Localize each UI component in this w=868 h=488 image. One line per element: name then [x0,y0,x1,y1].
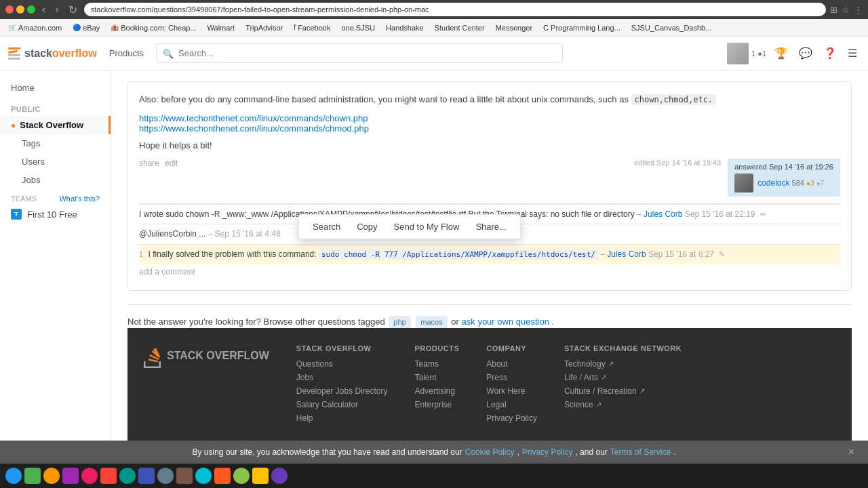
cookie-close-button[interactable]: × [848,446,854,458]
answer-also-text: Also: before you do any command-line bas… [139,93,840,106]
footer-link-privacy-policy[interactable]: Privacy Policy [486,413,537,423]
dock-icon-8[interactable] [138,468,155,484]
footer-link-press[interactable]: Press [486,373,537,382]
bookmark-booking[interactable]: 🏨 Booking.com: Cheap... [106,22,200,33]
chown-link[interactable]: https://www.techonthenet.com/linux/comma… [139,113,368,123]
sidebar-item-stackoverflow[interactable]: ● Stack Overflow [0,116,111,134]
teams-whats-this-link[interactable]: What's this? [59,195,100,203]
privacy-policy-link[interactable]: Privacy Policy [522,447,573,457]
hope-text: Hope it helps a bit! [139,140,840,150]
dock-icon-2[interactable] [24,468,41,484]
inbox-icon[interactable]: 💬 [796,44,815,62]
ask-own-question-link[interactable]: ask your own question [462,317,549,327]
sidebar-item-jobs[interactable]: Jobs [0,171,111,189]
bookmark-icon[interactable]: ☆ [842,5,850,15]
bookmark-ebay[interactable]: 🔵 eBay [68,22,104,33]
minimize-btn[interactable] [16,5,24,14]
bookmark-walmart[interactable]: Walmart [203,22,239,33]
address-bar[interactable]: stackoverflow.com/questions/39498067/fop… [84,3,826,16]
footer-link-enterprise[interactable]: Enterprise [415,400,460,409]
dock-icon-finder[interactable] [5,468,22,484]
comment-author-3[interactable]: Jules Corb [607,249,646,259]
footer-link-talent[interactable]: Talent [415,373,460,382]
code-terms: chown,chmod,etc. [631,94,717,105]
search-input[interactable] [156,43,563,63]
context-send-to-flow[interactable]: Send to My Flow [386,218,468,236]
settings-icon[interactable]: ⋮ [854,5,863,15]
sidebar-team-first10free[interactable]: T First 10 Free [0,205,111,223]
products-menu[interactable]: Products [104,45,149,61]
share-link[interactable]: share [139,159,159,168]
dock-icon-6[interactable] [100,468,117,484]
forward-button[interactable]: › [52,3,61,16]
bookmark-sjsu-canvas[interactable]: SJSU_Canvas_Dashb... [627,22,716,33]
dock-icon-14[interactable] [252,468,269,484]
maximize-btn[interactable] [27,5,35,14]
dock-icon-11[interactable] [195,468,212,484]
bookmark-facebook[interactable]: f Facebook [290,22,334,33]
comment-code: sudo chmod -R 777 /Applications/XAMPP/xa… [319,249,598,260]
footer-col-stackoverflow: STACK OVERFLOW Questions Jobs Developer … [296,344,388,427]
footer-link-advertising[interactable]: Advertising [415,386,460,396]
dock-icon-12[interactable] [214,468,231,484]
close-btn[interactable] [5,5,14,14]
comment-edit-icon[interactable]: ✏ [760,210,766,218]
dock-icon-15[interactable] [271,468,288,484]
footer-link-about[interactable]: About [486,359,537,369]
help-icon[interactable]: ❓ [821,44,840,62]
context-copy[interactable]: Copy [349,218,385,236]
so-dot-icon: ● [11,121,16,130]
bookmark-onesjsu[interactable]: one.SJSU [337,22,379,33]
footer-link-teams[interactable]: Teams [415,359,460,369]
silver-badge: ●7 [816,180,825,187]
dock-icon-9[interactable] [157,468,174,484]
bookmark-messenger[interactable]: Messenger [492,22,536,33]
so-logo[interactable]: stackoverflow [8,47,97,60]
so-header: stackoverflow Products 🔍 1 ●1 🏆 💬 ❓ ☰ [0,37,868,70]
answerer-avatar [734,174,753,192]
dock-icon-7[interactable] [119,468,136,484]
cookie-policy-link[interactable]: Cookie Policy [465,447,515,457]
tag-macos[interactable]: macos [416,316,447,328]
bookmark-tripadvisor[interactable]: TripAdvisor [241,22,287,33]
dock-icon-5[interactable] [81,468,98,484]
bookmark-c-programming[interactable]: C Programming Lang... [539,22,625,33]
achievements-icon[interactable]: 🏆 [772,44,791,62]
dock-icon-13[interactable] [233,468,250,484]
footer-link-jobs[interactable]: Jobs [296,373,388,382]
footer-link-salary[interactable]: Salary Calculator [296,400,388,409]
footer-link-life-arts[interactable]: Life / Arts ↗ [564,373,682,382]
comment-author-1[interactable]: Jules Corb [644,209,682,219]
dock-icon-3[interactable] [43,468,60,484]
bookmark-handshake[interactable]: Handshake [382,22,428,33]
tag-php[interactable]: php [389,316,410,328]
chmod-link[interactable]: https://www.techonthenet.com/linux/comma… [139,123,369,134]
bookmark-student-center[interactable]: Student Center [431,22,489,33]
dock-icon-10[interactable] [176,468,193,484]
footer-link-technology[interactable]: Technology ↗ [564,359,682,369]
footer-link-questions[interactable]: Questions [296,359,388,369]
sidebar-item-users[interactable]: Users [0,152,111,171]
edit-link[interactable]: edit [165,159,178,168]
footer-link-legal[interactable]: Legal [486,400,537,409]
menu-icon[interactable]: ☰ [845,44,860,62]
footer-link-science[interactable]: Science ↗ [564,400,682,409]
sidebar-item-tags[interactable]: Tags [0,134,111,152]
footer-link-help[interactable]: Help [296,413,388,423]
tos-link[interactable]: Terms of Service [610,447,671,457]
footer-link-dev-jobs[interactable]: Developer Jobs Directory [296,386,388,396]
footer-link-work-here[interactable]: Work Here [486,386,537,396]
footer-link-culture[interactable]: Culture / Recreation ↗ [564,386,682,396]
sidebar-item-home[interactable]: Home [0,79,111,97]
context-share[interactable]: Share... [467,218,515,236]
reload-button[interactable]: ↻ [66,3,80,16]
back-button[interactable]: ‹ [39,3,48,16]
user-info[interactable]: 1 ●1 [727,43,766,64]
context-search[interactable]: Search [304,218,349,236]
dock-icon-4[interactable] [62,468,79,484]
comment-flag-icon[interactable]: ✎ [719,250,725,258]
add-comment-link[interactable]: add a comment [139,264,840,279]
bookmark-amazon[interactable]: 🛒 Amazon.com [4,22,66,33]
extensions-icon[interactable]: ⊞ [830,5,837,15]
answerer-name[interactable]: codelock [757,178,789,188]
